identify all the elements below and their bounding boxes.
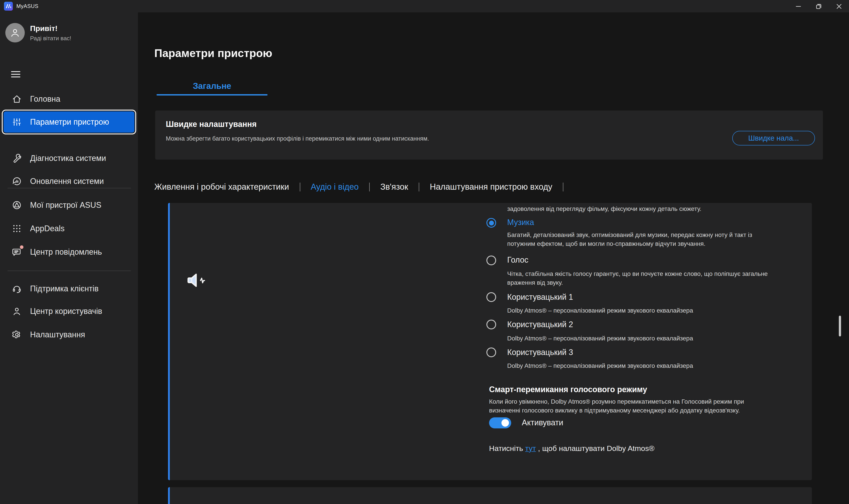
sidebar-item-label: Налаштування — [30, 330, 85, 339]
movie-description-tail: задоволення від перегляду фільму, фіксую… — [507, 205, 701, 213]
greeting-subtitle: Раді вітати вас! — [30, 35, 71, 41]
close-button[interactable] — [829, 0, 849, 12]
sidebar-item-appdeals[interactable]: AppDeals — [0, 218, 138, 239]
radio-custom-3[interactable] — [486, 347, 496, 357]
sidebar-item-label: AppDeals — [30, 224, 65, 233]
sidebar-item-label: Центр користувачів — [30, 307, 102, 316]
sidebar-item-label: Центр повідомлень — [30, 247, 102, 257]
sidebar-item-my-asus-devices[interactable]: Мої пристрої ASUS — [0, 195, 138, 216]
subtab-bar: Живлення і робочі характеристики Аудіо і… — [154, 182, 563, 192]
radio-music-label[interactable]: Музика — [507, 218, 534, 227]
minimize-button[interactable] — [788, 0, 808, 12]
panel-accent-bar — [168, 203, 170, 480]
subtab-separator — [563, 183, 563, 192]
minimize-icon — [795, 3, 801, 10]
radio-voice-description: Чітка, стабільна якість голосу гарантує,… — [507, 270, 778, 287]
sidebar-item-diagnostics[interactable]: Діагностика системи — [0, 148, 138, 169]
sidebar-item-system-update[interactable]: Оновлення системи — [0, 170, 138, 192]
next-settings-panel — [168, 487, 812, 504]
radio-custom-2[interactable] — [486, 320, 496, 329]
message-icon — [12, 247, 22, 257]
radio-custom-3-label[interactable]: Користувацький 3 — [507, 348, 573, 357]
device-alert-icon — [12, 200, 22, 211]
quick-settings-description: Можна зберегти багато користувацьких про… — [166, 135, 429, 142]
toggle-knob — [502, 419, 509, 427]
app-logo — [4, 2, 13, 11]
sidebar-item-label: Параметри пристрою — [30, 118, 109, 127]
subtab-connectivity[interactable]: Зв'язок — [380, 182, 408, 192]
headset-icon — [12, 283, 22, 294]
subtab-input-device[interactable]: Налаштування пристрою входу — [430, 182, 552, 192]
tab-general[interactable]: Загальне — [157, 82, 268, 91]
speaker-icon — [185, 271, 206, 292]
sidebar-item-label: Мої пристрої ASUS — [30, 200, 102, 210]
scrollbar-thumb[interactable] — [839, 316, 841, 337]
sidebar-item-label: Діагностика системи — [30, 154, 106, 163]
sidebar-divider — [7, 271, 131, 271]
sidebar-item-home[interactable]: Головна — [0, 88, 138, 110]
person-icon — [12, 306, 22, 317]
toggle-label: Активувати — [522, 418, 563, 428]
sidebar-item-settings[interactable]: Налаштування — [0, 324, 138, 345]
radio-music[interactable] — [486, 218, 496, 228]
sidebar-item-message-center[interactable]: Центр повідомлень — [0, 241, 138, 263]
subtab-power[interactable]: Живлення і робочі характеристики — [154, 182, 289, 192]
radio-music-description: Багатий, деталізований звук, оптимізован… — [507, 231, 778, 248]
panel-accent-bar — [168, 487, 170, 504]
gear-icon — [12, 329, 22, 340]
page-title: Параметри пристрою — [154, 47, 272, 60]
greeting-title: Привіт! — [30, 24, 57, 33]
notification-badge — [20, 245, 23, 249]
menu-button[interactable] — [10, 70, 24, 82]
wrench-icon — [12, 153, 22, 164]
avatar[interactable] — [5, 23, 25, 42]
sidebar-item-label: Оновлення системи — [30, 177, 104, 186]
quick-settings-card — [155, 110, 823, 160]
dolby-configure-line: Натисніть тут , щоб налаштувати Dolby At… — [489, 444, 654, 453]
radio-custom-1[interactable] — [486, 292, 496, 302]
quick-settings-title: Швидке налаштування — [166, 120, 257, 129]
here-link[interactable]: тут — [525, 444, 536, 453]
radio-custom-3-description: Dolby Atmos® – персоналізований режим зв… — [507, 362, 778, 370]
menu-icon — [11, 71, 20, 72]
close-icon — [835, 3, 842, 10]
restore-button[interactable] — [808, 0, 829, 12]
radio-custom-2-label[interactable]: Користувацький 2 — [507, 320, 573, 329]
radio-voice[interactable] — [486, 255, 496, 265]
app-title: MyASUS — [16, 3, 38, 9]
radio-voice-label[interactable]: Голос — [507, 255, 528, 265]
update-icon — [12, 176, 22, 186]
radio-custom-1-label[interactable]: Користувацький 1 — [507, 293, 573, 302]
grid-icon — [12, 223, 22, 234]
sidebar-item-label: Підтримка клієнтів — [30, 284, 98, 293]
sidebar-item-user-center[interactable]: Центр користувачів — [0, 301, 138, 322]
myasus-window: MyASUS Привіт! Раді вітати вас! — [0, 0, 849, 504]
tab-active-underline — [157, 94, 268, 95]
window-controls — [788, 0, 849, 12]
home-icon — [12, 94, 22, 104]
subtab-separator — [369, 183, 370, 192]
smart-voice-toggle[interactable] — [489, 417, 511, 428]
smart-switch-title: Смарт-перемикання голосового режиму — [489, 385, 647, 394]
radio-custom-1-description: Dolby Atmos® – персоналізований режим зв… — [507, 306, 778, 315]
radio-custom-2-description: Dolby Atmos® – персоналізований режим зв… — [507, 334, 778, 343]
restore-icon — [815, 3, 822, 10]
quick-settings-button[interactable]: Швидке нала... — [732, 131, 815, 145]
subtab-audio-video[interactable]: Аудіо і відео — [311, 182, 359, 192]
sliders-icon — [12, 117, 22, 127]
smart-switch-description: Коли його увімкнено, Dolby Atmos® розумн… — [489, 397, 762, 415]
subtab-separator — [300, 183, 300, 192]
sidebar-item-device-settings[interactable]: Параметри пристрою — [2, 110, 136, 134]
person-avatar-icon — [9, 27, 21, 38]
sidebar-item-customer-support[interactable]: Підтримка клієнтів — [0, 278, 138, 299]
subtab-separator — [419, 183, 419, 192]
sidebar-item-label: Головна — [30, 94, 60, 104]
title-bar: MyASUS — [0, 0, 849, 12]
sidebar: Привіт! Раді вітати вас! Головна — [0, 12, 138, 504]
sidebar-divider — [7, 188, 131, 188]
